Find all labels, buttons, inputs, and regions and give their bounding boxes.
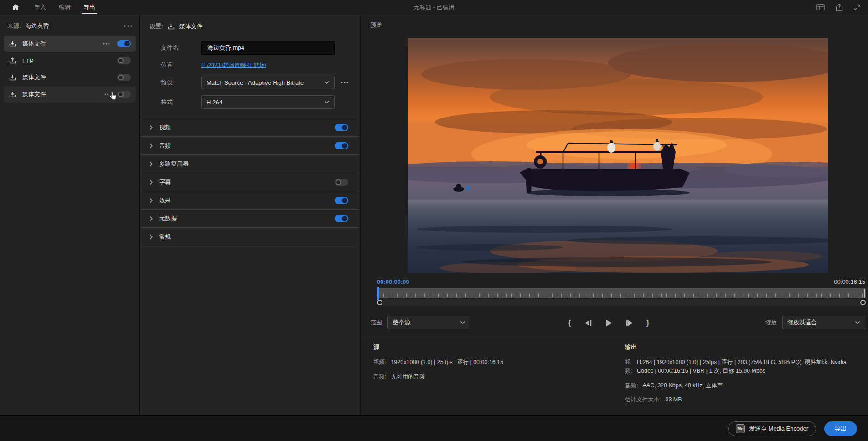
- format-label: 格式: [161, 98, 202, 106]
- section-effects[interactable]: 效果: [140, 191, 360, 210]
- destination-toggle[interactable]: [117, 74, 131, 81]
- section-label: 常规: [159, 233, 348, 241]
- source-label: 来源:: [7, 22, 21, 30]
- upload-icon: [9, 57, 16, 65]
- section-video[interactable]: 视频: [140, 118, 360, 137]
- section-audio[interactable]: 音频: [140, 137, 360, 155]
- video-preview-frame[interactable]: [408, 38, 828, 273]
- section-toggle[interactable]: [335, 215, 348, 222]
- chevron-down-icon: [324, 100, 330, 104]
- destination-label: FTP: [22, 57, 117, 64]
- footer-bar: Me 发送至 Media Encoder 导出: [0, 415, 868, 441]
- out-point-handle[interactable]: [860, 300, 866, 305]
- source-info-header: 源: [373, 343, 503, 351]
- current-timecode: 00:00:00:00: [377, 278, 409, 285]
- destination-item-media-file-3[interactable]: 媒体文件: [4, 86, 136, 103]
- trim-range-bar[interactable]: [377, 299, 866, 306]
- section-label: 视频: [159, 123, 335, 132]
- range-dropdown[interactable]: 整个源: [388, 316, 470, 329]
- main-tabs: 导入 编辑 导出: [34, 0, 95, 15]
- fullscreen-icon[interactable]: [854, 4, 861, 11]
- chevron-right-icon: [149, 197, 153, 204]
- chevron-right-icon: [149, 179, 153, 185]
- download-icon: [167, 23, 175, 31]
- preset-dropdown[interactable]: Match Source - Adaptive High Bitrate: [202, 76, 335, 89]
- sunset-boat-scene: [408, 38, 828, 273]
- workspace-icon[interactable]: [816, 4, 825, 10]
- export-button[interactable]: 导出: [824, 421, 857, 436]
- section-toggle[interactable]: [335, 124, 348, 131]
- chevron-right-icon: [149, 161, 153, 167]
- destination-item-media-file-2[interactable]: 媒体文件: [4, 69, 136, 86]
- section-metadata[interactable]: 元数据: [140, 210, 360, 228]
- section-toggle[interactable]: [335, 179, 348, 186]
- source-video-value: 1920x1080 (1.0) | 25 fps | 逐行 | 00:00:16…: [391, 358, 503, 367]
- export-button-label: 导出: [835, 425, 847, 433]
- output-audio-value: AAC, 320 Kbps, 48 kHz, 立体声: [642, 381, 723, 390]
- preview-panel: 预览: [361, 15, 868, 415]
- zoom-value: 缩放以适合: [787, 318, 817, 327]
- document-title: 无标题 - 已编辑: [413, 3, 455, 11]
- cursor-pointer-hand: [109, 92, 116, 100]
- preset-label: 预设: [161, 78, 202, 87]
- filename-label: 文件名: [161, 44, 202, 52]
- destinations-sidebar: 来源: 海边黄昏 媒体文件 FTP: [0, 15, 140, 415]
- destination-more-icon[interactable]: [103, 43, 110, 45]
- play-icon[interactable]: [605, 319, 613, 327]
- section-captions[interactable]: 字幕: [140, 173, 360, 191]
- format-dropdown[interactable]: H.264: [202, 95, 335, 109]
- send-to-media-encoder-button[interactable]: Me 发送至 Media Encoder: [728, 421, 816, 436]
- share-icon[interactable]: [836, 4, 843, 11]
- home-icon[interactable]: [12, 4, 20, 11]
- tab-import[interactable]: 导入: [34, 0, 46, 15]
- destination-toggle[interactable]: [117, 57, 131, 64]
- tab-edit[interactable]: 编辑: [59, 0, 71, 15]
- estimated-size-value: 33 MB: [665, 395, 682, 404]
- destination-toggle[interactable]: [117, 91, 131, 98]
- playhead[interactable]: [377, 287, 379, 300]
- end-marker: [864, 289, 865, 298]
- location-label: 位置: [161, 61, 202, 69]
- range-label: 范围: [371, 319, 382, 327]
- location-link[interactable]: E:\2023.\转场篇\瞳孔.转场\: [202, 62, 266, 69]
- destination-more-icon[interactable]: [104, 93, 108, 95]
- source-more-icon[interactable]: [124, 25, 132, 27]
- tab-export[interactable]: 导出: [83, 0, 95, 15]
- send-to-media-encoder-label: 发送至 Media Encoder: [749, 425, 808, 433]
- source-video-label: 视频:: [373, 358, 386, 367]
- in-point-handle[interactable]: [377, 300, 382, 305]
- section-multiplexer[interactable]: 多路复用器: [140, 155, 360, 173]
- destination-item-media-file-1[interactable]: 媒体文件: [4, 36, 136, 52]
- estimated-size-label: 估计文件大小:: [625, 395, 661, 404]
- mark-in-icon[interactable]: {: [568, 318, 571, 328]
- destination-label: 媒体文件: [22, 90, 104, 98]
- section-general[interactable]: 常规: [140, 228, 360, 246]
- destination-item-ftp[interactable]: FTP: [4, 52, 136, 69]
- scrubber-ticks: [379, 294, 864, 297]
- timeline-scrubber[interactable]: [377, 288, 866, 306]
- mark-out-icon[interactable]: }: [646, 318, 650, 328]
- section-label: 多路复用器: [159, 160, 348, 168]
- scrubber-track[interactable]: [377, 288, 866, 298]
- source-name: 海边黄昏: [26, 22, 124, 30]
- section-label: 音频: [159, 142, 335, 150]
- section-toggle[interactable]: [335, 197, 348, 204]
- settings-label: 设置:: [150, 22, 163, 31]
- destination-toggle[interactable]: [117, 40, 131, 47]
- chevron-right-icon: [149, 143, 153, 149]
- section-label: 元数据: [159, 215, 335, 223]
- destination-label: 媒体文件: [22, 73, 117, 82]
- filename-input[interactable]: 海边黄昏.mp4: [202, 41, 335, 55]
- step-forward-icon[interactable]: [625, 319, 634, 327]
- section-toggle[interactable]: [335, 142, 348, 149]
- source-audio-value: 无可用的音频: [391, 373, 425, 381]
- zoom-dropdown[interactable]: 缩放以适合: [782, 316, 865, 329]
- format-value: H.264: [207, 99, 222, 106]
- step-back-icon[interactable]: [584, 319, 592, 327]
- preset-value: Match Source - Adaptive High Bitrate: [207, 79, 304, 86]
- chevron-right-icon: [149, 124, 153, 131]
- preset-more-icon[interactable]: [341, 82, 348, 83]
- chevron-right-icon: [149, 215, 153, 222]
- app-title-bar: 导入 编辑 导出 无标题 - 已编辑: [0, 0, 868, 15]
- output-info-column: 输出 视 频: H.264 | 1920x1080 (1.0) | 25fps …: [625, 343, 847, 410]
